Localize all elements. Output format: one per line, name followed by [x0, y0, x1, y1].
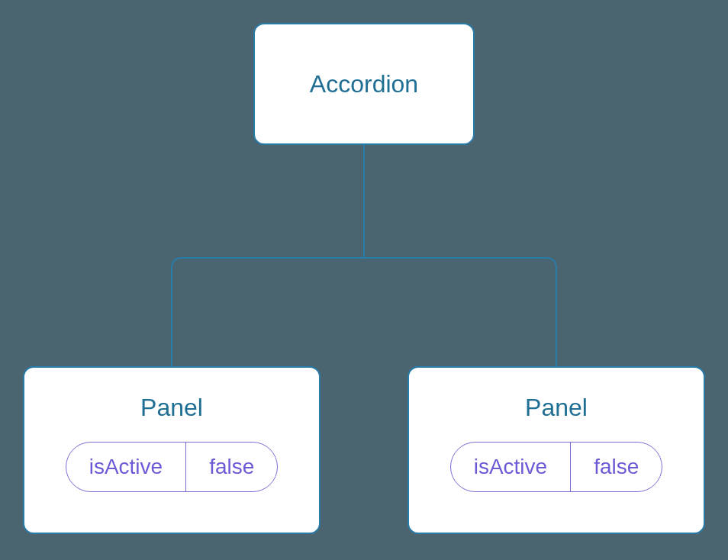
prop-key: isActive: [66, 443, 186, 491]
child-node-title: Panel: [525, 394, 588, 422]
prop-key: isActive: [451, 443, 571, 491]
prop-value: false: [571, 443, 662, 491]
diagram-canvas: Accordion Panel isActive false Panel isA…: [0, 0, 728, 560]
child-node-panel-right: Panel isActive false: [407, 366, 705, 534]
child-node-title: Panel: [140, 394, 203, 422]
root-node-accordion: Accordion: [253, 23, 475, 145]
prop-pill: isActive false: [450, 442, 663, 492]
root-node-title: Accordion: [310, 70, 418, 98]
prop-pill: isActive false: [66, 442, 279, 492]
child-node-panel-left: Panel isActive false: [23, 366, 321, 534]
prop-value: false: [186, 443, 277, 491]
